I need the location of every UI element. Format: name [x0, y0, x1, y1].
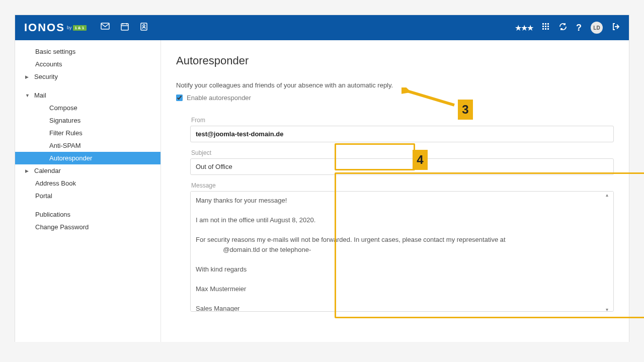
- subject-field: Subject: [190, 149, 614, 175]
- callout-3: 3: [458, 100, 473, 120]
- svg-rect-7: [542, 26, 544, 27]
- page-description: Notify your colleagues and friends of yo…: [176, 81, 614, 89]
- avatar[interactable]: LD: [591, 22, 603, 34]
- callout-4: 4: [413, 150, 428, 170]
- chevron-right-icon: ▶: [25, 168, 31, 173]
- apps-icon[interactable]: [542, 23, 550, 33]
- chevron-right-icon: ▶: [25, 74, 31, 79]
- contacts-icon[interactable]: [140, 23, 148, 33]
- callout-arrow: [401, 87, 457, 108]
- svg-rect-8: [545, 26, 546, 27]
- sidebar-item-portal[interactable]: Portal: [15, 190, 160, 202]
- from-field: From: [190, 117, 614, 142]
- refresh-icon[interactable]: [559, 23, 567, 33]
- sidebar-item-label: Security: [34, 73, 58, 80]
- svg-rect-6: [547, 23, 549, 25]
- sidebar-item-filter-rules[interactable]: Filter Rules: [15, 127, 160, 139]
- enable-autoresponder-label: Enable autoresponder: [187, 94, 251, 102]
- from-label: From: [190, 117, 614, 124]
- message-field: Message ▴▾: [190, 182, 614, 313]
- sidebar-item-signatures[interactable]: Signatures: [15, 114, 160, 127]
- sidebar-item-compose[interactable]: Compose: [15, 102, 160, 114]
- svg-rect-12: [547, 28, 549, 30]
- logo-text: IONOS: [24, 21, 65, 34]
- svg-line-13: [406, 90, 454, 105]
- sidebar-item-autoresponder[interactable]: Autoresponder: [15, 152, 160, 164]
- sidebar-item-address-book[interactable]: Address Book: [15, 177, 160, 190]
- sidebar-item-change-password[interactable]: Change Password: [15, 221, 160, 233]
- chevron-down-icon: ▼: [25, 93, 31, 98]
- sidebar-item-anti-spam[interactable]: Anti-SPAM: [15, 139, 160, 152]
- message-label: Message: [190, 182, 614, 189]
- sidebar-item-security[interactable]: ▶Security: [15, 70, 160, 83]
- sidebar-item-label: Mail: [34, 92, 46, 99]
- svg-point-3: [143, 25, 145, 27]
- message-textarea[interactable]: [190, 191, 614, 312]
- logo-subtext: by: [67, 25, 72, 30]
- mail-icon[interactable]: [101, 23, 110, 33]
- svg-rect-0: [101, 23, 109, 29]
- sidebar-item-accounts[interactable]: Accounts: [15, 58, 160, 70]
- svg-rect-5: [545, 23, 546, 25]
- help-icon[interactable]: ?: [576, 23, 582, 33]
- sidebar-item-basic-settings[interactable]: Basic settings: [15, 45, 160, 58]
- sidebar-item-publications[interactable]: Publications: [15, 208, 160, 221]
- subject-label: Subject: [190, 149, 614, 156]
- logo-badge: 1&1: [73, 25, 87, 31]
- svg-rect-9: [547, 26, 549, 27]
- sidebar-item-mail[interactable]: ▼Mail: [15, 89, 160, 102]
- svg-rect-4: [542, 23, 544, 25]
- calendar-icon[interactable]: [121, 23, 129, 33]
- main-content: Autoresponder Notify your colleagues and…: [161, 40, 629, 342]
- sidebar-item-label: Calendar: [34, 167, 61, 174]
- stars-icon[interactable]: ★★★: [515, 23, 533, 33]
- page-title: Autoresponder: [176, 54, 614, 67]
- sidebar-item-calendar[interactable]: ▶Calendar: [15, 164, 160, 177]
- logout-icon[interactable]: [612, 23, 620, 33]
- topbar: IONOS by 1&1 ★★★ ? LD: [15, 15, 629, 40]
- svg-rect-10: [542, 28, 544, 30]
- sidebar: Basic settings Accounts ▶Security ▼Mail …: [15, 40, 161, 342]
- enable-autoresponder-checkbox[interactable]: [176, 95, 183, 101]
- svg-rect-1: [121, 24, 128, 30]
- enable-autoresponder-row[interactable]: Enable autoresponder: [176, 94, 614, 102]
- logo: IONOS by 1&1: [24, 21, 87, 34]
- svg-rect-11: [545, 28, 546, 30]
- from-input[interactable]: [190, 126, 614, 142]
- subject-input[interactable]: [190, 158, 614, 175]
